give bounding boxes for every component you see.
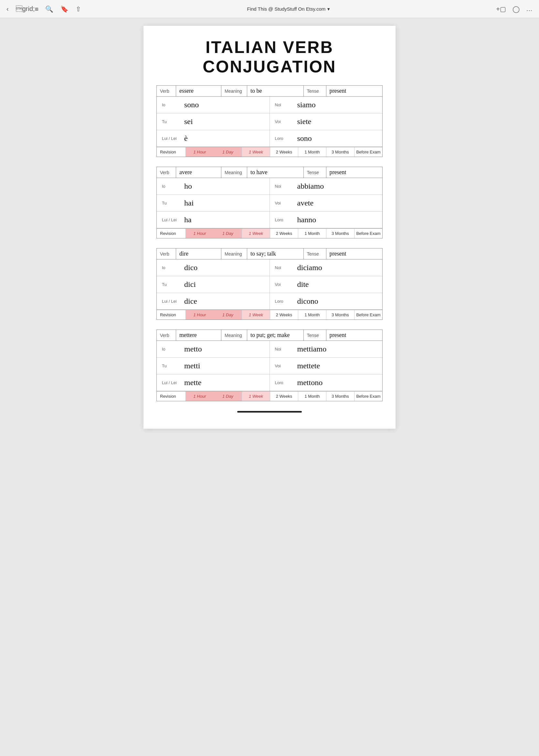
top-bar-center: Find This @ StudyStuff On Etsy.com ▾ [247, 6, 330, 12]
revision-cell-mettere-1[interactable]: 1 Day [214, 392, 242, 401]
conj-pronoun-left-avere-2: Lui / Lei [162, 217, 180, 222]
dropdown-arrow[interactable]: ▾ [327, 6, 330, 12]
conj-right-dire-1: Voi dite [270, 276, 383, 293]
revision-label-mettere: Revision [157, 392, 186, 401]
revision-cell-mettere-3[interactable]: 2 Weeks [270, 392, 298, 401]
conj-row-dire-0: Io dico Noi diciamo [157, 260, 382, 276]
share-button[interactable]: ⇧ [75, 5, 82, 14]
conj-form-right-mettere-2: mettono [297, 378, 323, 387]
verb-label-mettere: Verb [157, 330, 176, 340]
tense-value-avere: present [326, 167, 383, 178]
revision-cell-mettere-2[interactable]: 1 Week [242, 392, 270, 401]
conj-form-left-mettere-2: mette [184, 378, 201, 387]
conj-pronoun-right-dire-0: Noi [275, 265, 293, 270]
conj-pronoun-right-essere-0: Noi [275, 103, 293, 107]
revision-cell-avere-0[interactable]: 1 Hour [186, 229, 214, 238]
revision-cell-avere-2[interactable]: 1 Week [242, 229, 270, 238]
document-title: Find This @ StudyStuff On Etsy.com [247, 6, 326, 12]
conj-left-avere-0: Io ho [157, 178, 270, 194]
tense-label-essere: Tense [304, 86, 326, 96]
revision-cell-dire-6[interactable]: Before Exam [354, 310, 382, 320]
revision-cell-avere-4[interactable]: 1 Month [298, 229, 326, 238]
conj-row-essere-2: Lui / Lei è Loro sono [157, 130, 382, 147]
conj-form-left-avere-1: hai [184, 199, 193, 207]
revision-cell-essere-3[interactable]: 2 Weeks [270, 147, 298, 157]
revision-cell-essere-5[interactable]: 3 Months [326, 147, 354, 157]
conj-pronoun-left-avere-0: Io [162, 184, 180, 189]
conj-pronoun-right-avere-2: Loro [275, 217, 293, 222]
conj-form-left-essere-0: sono [184, 101, 199, 109]
revision-bar-dire: Revision1 Hour1 Day1 Week2 Weeks1 Month3… [156, 310, 383, 320]
revision-cell-avere-1[interactable]: 1 Day [214, 229, 242, 238]
tense-value-mettere: present [326, 330, 383, 340]
tense-value-dire: present [326, 249, 383, 259]
meaning-label-essere: Meaning [221, 86, 247, 96]
verb-block-mettere: Verb mettere Meaning to put; get; make T… [156, 330, 383, 401]
revision-cell-dire-2[interactable]: 1 Week [242, 310, 270, 320]
tense-value-essere: present [326, 86, 383, 96]
conj-left-essere-0: Io sono [157, 97, 270, 113]
timer-button[interactable]: ◯ [512, 5, 520, 14]
conj-row-avere-0: Io ho Noi abbiamo [157, 178, 382, 195]
conj-right-essere-2: Loro sono [270, 130, 383, 147]
conj-form-left-dire-2: dice [184, 297, 197, 306]
back-button[interactable]: ‹ [6, 5, 9, 13]
grid-view-button[interactable]: grid;⊞ [15, 5, 39, 13]
conj-form-left-avere-0: ho [184, 182, 192, 190]
verb-value-dire: dire [176, 249, 221, 259]
conj-right-essere-1: Voi siete [270, 113, 383, 130]
conj-row-dire-1: Tu dici Voi dite [157, 276, 382, 293]
revision-cell-essere-1[interactable]: 1 Day [214, 147, 242, 157]
conj-right-mettere-0: Noi mettiamo [270, 341, 383, 357]
conj-form-left-essere-1: sei [184, 117, 193, 126]
page-wrapper: ITALIAN VERB CONJUGATION Verb essere Mea… [143, 26, 396, 429]
bookmark-button[interactable]: 🔖 [60, 5, 69, 14]
revision-cell-mettere-5[interactable]: 3 Months [326, 392, 354, 401]
revision-cell-essere-0[interactable]: 1 Hour [186, 147, 214, 157]
revision-bar-essere: Revision1 Hour1 Day1 Week2 Weeks1 Month3… [156, 147, 383, 157]
conj-left-essere-2: Lui / Lei è [157, 130, 270, 147]
verb-value-mettere: mettere [176, 330, 221, 340]
add-button[interactable]: +▢ [496, 5, 507, 14]
revision-cell-dire-1[interactable]: 1 Day [214, 310, 242, 320]
conj-table-essere: Io sono Noi siamo Tu sei Voi siete Lui /… [156, 97, 383, 147]
bottom-bar-line [237, 411, 302, 413]
conj-pronoun-right-dire-2: Loro [275, 299, 293, 304]
more-button[interactable]: … [525, 5, 533, 13]
verb-header-mettere: Verb mettere Meaning to put; get; make T… [156, 330, 383, 341]
conj-form-right-mettere-0: mettiamo [297, 345, 327, 353]
conj-form-right-avere-1: avete [297, 199, 314, 207]
search-button[interactable]: 🔍 [44, 5, 54, 14]
revision-cell-dire-5[interactable]: 3 Months [326, 310, 354, 320]
verb-block-essere: Verb essere Meaning to be Tense present … [156, 85, 383, 157]
conj-row-essere-1: Tu sei Voi siete [157, 113, 382, 130]
revision-cell-avere-5[interactable]: 3 Months [326, 229, 354, 238]
revision-cell-mettere-4[interactable]: 1 Month [298, 392, 326, 401]
meaning-value-dire: to say; talk [247, 249, 304, 259]
conj-pronoun-right-essere-1: Voi [275, 119, 293, 124]
conj-pronoun-right-mettere-0: Noi [275, 347, 293, 351]
conj-form-right-mettere-1: mettete [297, 361, 320, 370]
conj-form-right-avere-0: abbiamo [297, 182, 324, 190]
conj-left-dire-0: Io dico [157, 260, 270, 276]
revision-cell-essere-2[interactable]: 1 Week [242, 147, 270, 157]
revision-cell-dire-0[interactable]: 1 Hour [186, 310, 214, 320]
meaning-value-avere: to have [247, 167, 304, 178]
revision-cell-dire-3[interactable]: 2 Weeks [270, 310, 298, 320]
verb-block-dire: Verb dire Meaning to say; talk Tense pre… [156, 248, 383, 320]
meaning-label-mettere: Meaning [221, 330, 247, 340]
revision-cell-essere-4[interactable]: 1 Month [298, 147, 326, 157]
conj-form-right-essere-1: siete [297, 117, 312, 126]
verb-value-essere: essere [176, 86, 221, 96]
conj-pronoun-left-dire-0: Io [162, 265, 180, 270]
conj-form-left-dire-1: dici [184, 280, 196, 289]
revision-cell-mettere-6[interactable]: Before Exam [354, 392, 382, 401]
revision-cell-avere-3[interactable]: 2 Weeks [270, 229, 298, 238]
revision-cell-essere-6[interactable]: Before Exam [354, 147, 382, 157]
revision-cell-avere-6[interactable]: Before Exam [354, 229, 382, 238]
conj-pronoun-left-avere-1: Tu [162, 201, 180, 205]
revision-cell-dire-4[interactable]: 1 Month [298, 310, 326, 320]
revision-cell-mettere-0[interactable]: 1 Hour [186, 392, 214, 401]
verb-blocks-container: Verb essere Meaning to be Tense present … [156, 85, 383, 401]
conj-pronoun-left-dire-2: Lui / Lei [162, 299, 180, 304]
